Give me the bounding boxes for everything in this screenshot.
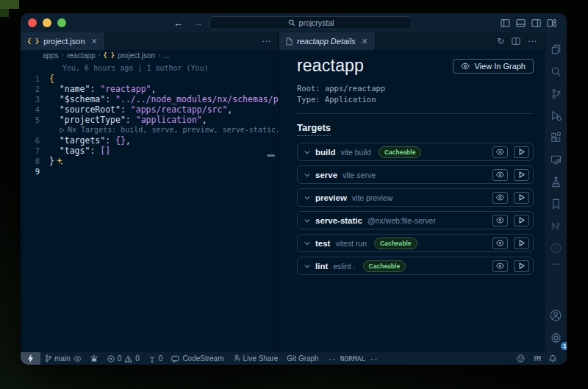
- tab-reactapp-details[interactable]: reactapp Details ✕: [279, 32, 376, 50]
- close-tab-icon[interactable]: ✕: [362, 37, 368, 46]
- target-row-serve[interactable]: serve vite serve: [297, 165, 534, 184]
- eye-icon: [496, 263, 504, 269]
- play-icon: [519, 263, 525, 269]
- toggle-panel-icon[interactable]: [516, 18, 526, 28]
- accounts-icon[interactable]: [545, 304, 567, 326]
- notifications-bell-icon[interactable]: [545, 352, 561, 365]
- codestream-status[interactable]: CodeStream: [167, 352, 228, 365]
- view-target-button[interactable]: [492, 215, 508, 226]
- view-target-button[interactable]: [492, 260, 508, 272]
- customize-layout-icon[interactable]: [547, 18, 556, 28]
- target-row-build[interactable]: build vite build Cacheable: [297, 143, 534, 161]
- more-actions-icon[interactable]: ⋯: [528, 37, 537, 46]
- git-branch-status[interactable]: main: [40, 352, 86, 365]
- code-line[interactable]: 9: [21, 166, 278, 176]
- go-forward-icon[interactable]: →: [193, 18, 203, 29]
- close-window-button[interactable]: [28, 18, 37, 27]
- breadcrumb-item[interactable]: ...: [163, 51, 169, 60]
- git-graph-status[interactable]: Git Graph: [282, 352, 323, 365]
- nx-console-icon[interactable]: [545, 215, 567, 237]
- breadcrumb-item[interactable]: project.json: [118, 51, 155, 60]
- code-line[interactable]: 4 "sourceRoot": "apps/reactapp/src",: [21, 104, 278, 115]
- chevron-down-icon[interactable]: [304, 241, 310, 246]
- scrollbar-handle[interactable]: [267, 154, 275, 157]
- split-editor-icon[interactable]: [512, 37, 520, 46]
- nx-targets-codelens[interactable]: Nx Targets: build, serve, preview, serve…: [49, 125, 278, 135]
- ports-status[interactable]: 0: [144, 352, 168, 365]
- chevron-down-icon[interactable]: [304, 150, 310, 154]
- code-line[interactable]: 1{: [21, 74, 278, 84]
- target-row-preview[interactable]: preview vite preview: [297, 188, 534, 207]
- error-icon: [107, 355, 115, 363]
- run-target-button[interactable]: [514, 146, 529, 158]
- chevron-down-icon[interactable]: [304, 264, 310, 268]
- divider: [297, 113, 534, 114]
- run-target-button[interactable]: [514, 260, 529, 272]
- run-target-button[interactable]: [514, 215, 529, 226]
- view-target-button[interactable]: [492, 238, 508, 249]
- target-row-serve-static[interactable]: serve-static @nx/web:file-server: [297, 211, 534, 229]
- explorer-icon[interactable]: [545, 38, 567, 60]
- minimize-window-button[interactable]: [43, 18, 51, 27]
- chevron-down-icon[interactable]: [304, 196, 310, 200]
- tab-project-json[interactable]: { } project.json ✕: [21, 32, 105, 50]
- chevron-down-icon[interactable]: [304, 218, 310, 223]
- paw-icon[interactable]: [86, 352, 103, 365]
- close-tab-icon[interactable]: ✕: [91, 37, 98, 46]
- refresh-icon[interactable]: ↻: [497, 37, 504, 46]
- more-actions-icon[interactable]: ⋯: [262, 37, 270, 46]
- run-debug-icon[interactable]: [545, 104, 567, 126]
- play-outline-icon: [60, 127, 65, 133]
- settings-gear-icon[interactable]: 1: [545, 326, 567, 349]
- history-clock-icon[interactable]: [545, 237, 567, 259]
- command-center-search[interactable]: projcrystal: [209, 16, 412, 29]
- gitlens-blame-annotation[interactable]: You, 6 hours ago | 1 author (You): [49, 63, 209, 74]
- play-icon: [519, 171, 525, 178]
- toggle-secondary-sidebar-icon[interactable]: [531, 18, 541, 28]
- remote-indicator[interactable]: [21, 352, 40, 365]
- code-line[interactable]: 5 "projectType": "application",: [21, 115, 278, 125]
- code-line[interactable]: 8}: [21, 156, 278, 166]
- breadcrumb-item[interactable]: apps: [43, 51, 59, 60]
- source-control-icon[interactable]: [545, 82, 567, 104]
- branch-icon: [45, 354, 51, 363]
- go-back-icon[interactable]: ←: [173, 18, 183, 29]
- titlebar: ← → projcrystal: [21, 13, 567, 32]
- vim-mode-indicator[interactable]: -- NORMAL --: [323, 352, 383, 365]
- project-details-panel: reactapp View In Graph Root: apps/reacta…: [279, 50, 544, 351]
- zoom-window-button[interactable]: [57, 18, 66, 27]
- sparkle-icon[interactable]: [56, 157, 63, 167]
- file-icon: [286, 38, 293, 46]
- testing-beaker-icon[interactable]: [545, 171, 567, 193]
- run-target-button[interactable]: [514, 192, 529, 204]
- desktop-wallpaper-fragment: [0, 9, 9, 17]
- fm-indicator[interactable]: FM: [529, 352, 545, 365]
- live-share-status[interactable]: Live Share: [229, 352, 283, 365]
- chevron-right-icon: ›: [62, 51, 64, 59]
- problems-status[interactable]: 0 0: [103, 352, 144, 365]
- target-row-test[interactable]: test vitest run Cacheable: [297, 234, 534, 252]
- view-in-graph-button[interactable]: View In Graph: [453, 59, 534, 74]
- additional-views-icon[interactable]: ⋯: [551, 259, 561, 275]
- extensions-icon[interactable]: [545, 126, 567, 149]
- search-icon[interactable]: [545, 60, 567, 82]
- feedback-face-icon[interactable]: [512, 352, 529, 365]
- code-line[interactable]: 3 "$schema": "../../node_modules/nx/sche…: [21, 94, 278, 104]
- code-line[interactable]: 7 "tags": []: [21, 146, 278, 156]
- view-target-button[interactable]: [492, 146, 508, 158]
- code-line[interactable]: 6 "targets": {},: [21, 135, 278, 146]
- run-target-button[interactable]: [514, 169, 529, 181]
- remote-explorer-icon[interactable]: [545, 149, 567, 171]
- view-target-button[interactable]: [492, 169, 508, 181]
- bookmarks-icon[interactable]: [545, 193, 567, 215]
- run-target-button[interactable]: [514, 238, 529, 249]
- code-editor[interactable]: You, 6 hours ago | 1 author (You) 1{ 2 "…: [21, 60, 278, 351]
- desktop-wallpaper-fragment: [0, 0, 19, 9]
- breadcrumb-item[interactable]: reactapp: [67, 51, 96, 60]
- toggle-primary-sidebar-icon[interactable]: [501, 18, 510, 28]
- code-line[interactable]: 2 "name": "reactapp",: [21, 84, 278, 94]
- target-row-lint[interactable]: lint eslint . Cacheable: [297, 257, 534, 275]
- left-tab-strip: { } project.json ✕ ⋯: [21, 32, 278, 50]
- chevron-down-icon[interactable]: [304, 173, 310, 177]
- view-target-button[interactable]: [492, 192, 508, 204]
